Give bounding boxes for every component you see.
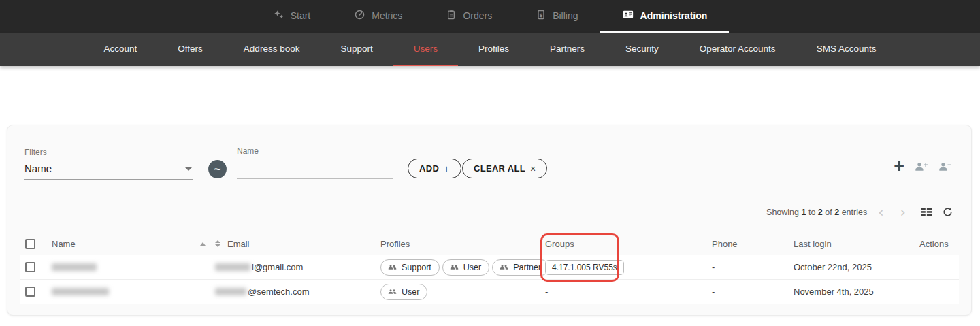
column-header-last-login[interactable]: Last login xyxy=(794,239,832,249)
subnav-label: Operator Accounts xyxy=(700,44,776,54)
add-filter-button[interactable]: ADD + xyxy=(408,159,461,178)
subnav-item-account[interactable]: Account xyxy=(84,33,158,66)
topnav-item-administration[interactable]: Administration xyxy=(600,0,730,33)
name-filter-label: Name xyxy=(237,146,393,156)
groups-icon xyxy=(449,263,459,272)
topnav-label: Orders xyxy=(463,10,492,21)
match-mode-toggle[interactable]: ~ xyxy=(208,160,227,178)
group-chip[interactable]: 4.17.1.005 RV55s xyxy=(545,260,624,275)
clear-all-button-label: CLEAR ALL xyxy=(474,163,525,174)
dollar-icon: $ xyxy=(536,9,546,22)
svg-text:$: $ xyxy=(540,12,543,18)
filter-by-select[interactable]: Name xyxy=(24,161,193,180)
topnav-item-orders[interactable]: Orders xyxy=(424,0,514,33)
clipboard-icon xyxy=(446,9,457,22)
profile-chip[interactable]: Partner xyxy=(492,259,549,276)
redacted-email-prefix xyxy=(215,288,246,295)
filters-section-label: Filters xyxy=(24,148,47,157)
redacted-email-prefix xyxy=(215,263,250,271)
add-button-label: ADD xyxy=(419,163,439,174)
subnav-item-profiles[interactable]: Profiles xyxy=(458,33,529,66)
contact-card-icon xyxy=(622,8,634,22)
groups-cell: - xyxy=(545,287,712,297)
profile-chip[interactable]: User xyxy=(442,259,489,276)
speedometer-icon xyxy=(354,9,365,22)
sort-icon[interactable] xyxy=(215,240,220,247)
profile-chip[interactable]: Support xyxy=(380,259,440,276)
next-page-button[interactable]: › xyxy=(895,207,911,218)
tilde-icon: ~ xyxy=(214,163,221,176)
last-login-cell: October 22nd, 2025 xyxy=(794,262,919,272)
topnav-item-billing[interactable]: $ Billing xyxy=(514,0,600,33)
subnav-label: Partners xyxy=(550,44,585,54)
topnav-label: Billing xyxy=(553,10,578,21)
close-icon: × xyxy=(530,163,536,174)
add-user-button[interactable]: + xyxy=(894,157,904,176)
top-navigation: Start Metrics Orders $ Billing Administr… xyxy=(0,0,980,33)
redacted-name xyxy=(52,288,109,295)
subnav-label: SMS Accounts xyxy=(817,44,877,54)
groups-icon xyxy=(387,263,397,272)
profile-chip-label: Partner xyxy=(513,263,541,272)
subnav-label: Security xyxy=(625,44,659,54)
refresh-button[interactable] xyxy=(942,206,953,218)
person-add-icon xyxy=(915,161,928,172)
column-settings-button[interactable] xyxy=(921,206,932,218)
topnav-item-metrics[interactable]: Metrics xyxy=(332,0,424,33)
entries-to: 2 xyxy=(818,208,823,217)
column-header-profiles[interactable]: Profiles xyxy=(380,239,410,249)
redacted-name xyxy=(52,263,97,271)
phone-cell: - xyxy=(712,287,794,297)
topnav-label: Administration xyxy=(640,10,708,21)
filter-by-selected-value: Name xyxy=(24,163,52,174)
subnav-item-address-book[interactable]: Address book xyxy=(223,33,321,66)
phone-cell: - xyxy=(712,262,794,272)
subnav-label: Offers xyxy=(178,44,203,54)
users-panel: Filters Name ~ Name ADD + CLEAR ALL × + … xyxy=(7,125,972,316)
table-row[interactable]: i@gmail.com Support User Partner 4.17.1.… xyxy=(20,255,959,280)
person-remove-icon xyxy=(938,161,952,172)
showing-entries-text: Showing 1 to 2 of 2 entries xyxy=(766,208,867,217)
profile-chip-label: User xyxy=(402,287,419,297)
sort-ascending-icon[interactable] xyxy=(200,242,206,246)
topnav-item-start[interactable]: Start xyxy=(251,0,333,33)
email-text: @semtech.com xyxy=(248,287,310,297)
subnav-item-sms-accounts[interactable]: SMS Accounts xyxy=(796,33,897,66)
groups-icon xyxy=(387,287,397,296)
clear-all-button[interactable]: CLEAR ALL × xyxy=(462,159,547,178)
person-remove-button[interactable] xyxy=(938,161,952,172)
subnav-item-security[interactable]: Security xyxy=(605,33,679,66)
last-login-cell: November 4th, 2025 xyxy=(794,287,919,297)
person-add-button[interactable] xyxy=(915,161,928,172)
table-columns-icon xyxy=(921,206,932,218)
subnav-label: Account xyxy=(104,44,137,54)
sparkles-icon xyxy=(273,9,284,22)
column-header-phone[interactable]: Phone xyxy=(712,239,738,249)
column-header-name[interactable]: Name xyxy=(52,239,76,249)
select-all-checkbox[interactable] xyxy=(25,239,35,249)
row-checkbox[interactable] xyxy=(25,287,35,297)
row-checkbox[interactable] xyxy=(25,262,35,272)
column-header-actions: Actions xyxy=(919,239,949,249)
subnav-item-operator-accounts[interactable]: Operator Accounts xyxy=(679,33,796,66)
column-header-email[interactable]: Email xyxy=(227,239,250,249)
subnav-item-partners[interactable]: Partners xyxy=(529,33,605,66)
topnav-label: Start xyxy=(291,10,311,21)
entries-from: 1 xyxy=(802,208,806,217)
column-header-groups[interactable]: Groups xyxy=(545,239,574,249)
subnav-item-offers[interactable]: Offers xyxy=(157,33,223,66)
name-filter-input[interactable] xyxy=(237,160,393,179)
plus-icon: + xyxy=(444,163,449,174)
email-text: i@gmail.com xyxy=(252,262,303,272)
profile-chip-label: Support xyxy=(402,263,431,272)
profile-chip-label: User xyxy=(463,263,481,272)
chevron-down-icon xyxy=(185,167,192,171)
previous-page-button[interactable]: ‹ xyxy=(872,207,889,218)
table-pagination-bar: Showing 1 to 2 of 2 entries ‹ › xyxy=(766,206,953,218)
subnav-item-users[interactable]: Users xyxy=(393,33,458,66)
subnav-label: Users xyxy=(414,44,438,54)
profile-chip[interactable]: User xyxy=(380,284,427,300)
refresh-icon xyxy=(942,206,953,218)
table-row[interactable]: @semtech.com User - - November 4th, 2025 xyxy=(20,280,959,304)
subnav-item-support[interactable]: Support xyxy=(320,33,393,66)
